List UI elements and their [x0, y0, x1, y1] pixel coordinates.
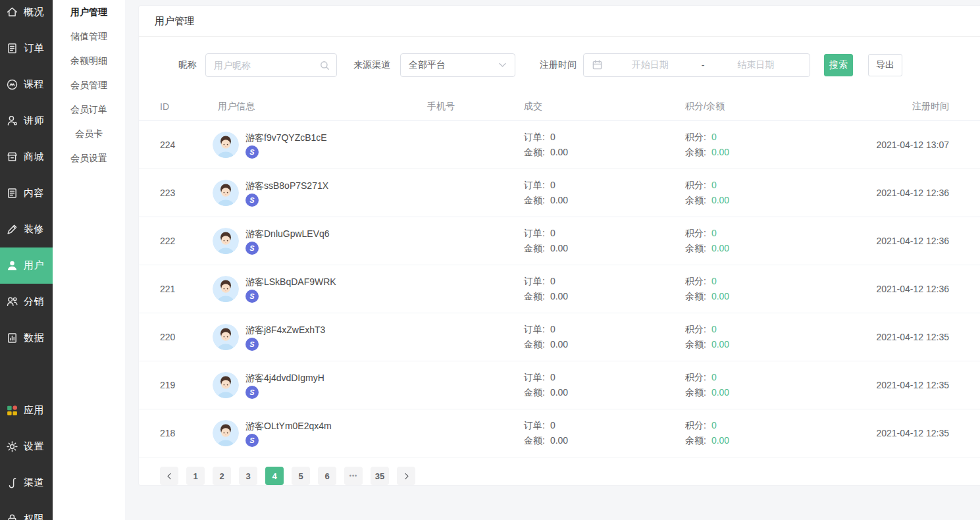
balance-value: 0.00 — [711, 337, 729, 352]
sidebar-item-label: 商城 — [24, 151, 44, 163]
user-management-card: 用户管理 昵称 来源渠道 全部平台 注册时间 开始日期 - 结束日期 搜索 导出 — [138, 5, 980, 486]
page-header: 用户管理 — [139, 6, 980, 37]
sidebar-item-overview[interactable]: 概况 — [0, 0, 53, 30]
order-amount: 0.00 — [550, 337, 568, 352]
sidebar-item-decoration[interactable]: 装修 — [0, 211, 53, 247]
order-count: 0 — [550, 418, 555, 433]
course-icon — [5, 78, 18, 91]
order-amount: 0.00 — [550, 193, 568, 208]
submenu-item-member-settings[interactable]: 会员设置 — [53, 146, 125, 170]
user-id: 220 — [160, 332, 213, 342]
pagination-page-35[interactable]: 35 — [371, 467, 389, 485]
order-count: 0 — [550, 178, 555, 193]
filter-bar: 昵称 来源渠道 全部平台 注册时间 开始日期 - 结束日期 搜索 导出 — [139, 37, 980, 93]
primary-nav: 概况订单课程讲师商城内容装修用户分销数据应用设置渠道权限 — [0, 0, 53, 520]
submenu-item-member-management[interactable]: 会员管理 — [53, 73, 125, 97]
user-info-cell: 游客OLtYm0E2qx4m S — [213, 420, 427, 447]
sidebar-item-orders[interactable]: 订单 — [0, 30, 53, 66]
submenu-item-stored-value[interactable]: 储值管理 — [53, 24, 125, 49]
pagination-page-6[interactable]: 6 — [318, 467, 336, 485]
deal-cell: 订单:0 金额:0.00 — [524, 370, 685, 400]
column-header-id: ID — [160, 101, 213, 112]
sidebar-item-users[interactable]: 用户 — [0, 247, 53, 284]
sidebar-item-label: 用户 — [24, 259, 44, 272]
balance-value: 0.00 — [711, 241, 729, 256]
pagination-page-3[interactable]: 3 — [239, 467, 257, 485]
data-icon — [5, 332, 18, 345]
nickname-input[interactable] — [206, 54, 336, 76]
order-amount: 0.00 — [550, 289, 568, 304]
pagination-page-5[interactable]: 5 — [292, 467, 310, 485]
sidebar-item-distribution[interactable]: 分销 — [0, 284, 53, 320]
start-date-placeholder: 开始日期 — [603, 59, 698, 71]
pagination-next-button[interactable] — [397, 467, 415, 485]
sidebar-item-courses[interactable]: 课程 — [0, 66, 53, 103]
export-button[interactable]: 导出 — [868, 54, 902, 76]
nickname-input-wrap — [205, 53, 337, 77]
permission-icon — [5, 513, 18, 520]
sidebar-item-content[interactable]: 内容 — [0, 175, 53, 211]
sidebar-item-label: 渠道 — [24, 477, 44, 489]
sidebar-item-data[interactable]: 数据 — [0, 320, 53, 356]
sidebar-item-apps[interactable]: 应用 — [0, 392, 53, 429]
column-header-user: 用户信息 — [213, 101, 427, 113]
points-value: 0 — [711, 322, 717, 337]
column-header-time: 注册时间 — [869, 101, 980, 113]
pagination-prev-button[interactable] — [160, 467, 178, 485]
register-time: 2021-04-12 13:07 — [869, 140, 980, 150]
sidebar-item-label: 讲师 — [24, 115, 44, 127]
register-time: 2021-04-12 12:35 — [869, 428, 980, 438]
user-info-cell: 游客DnluGpwLEVq6 S — [213, 228, 427, 255]
sidebar-item-channels[interactable]: 渠道 — [0, 465, 53, 501]
column-header-phone: 手机号 — [427, 101, 524, 113]
balance-value: 0.00 — [711, 433, 729, 448]
register-date-range-picker[interactable]: 开始日期 - 结束日期 — [583, 53, 810, 77]
miniprogram-channel-icon: S — [245, 194, 259, 207]
points-value: 0 — [711, 418, 717, 433]
order-amount: 0.00 — [550, 145, 568, 160]
points-value: 0 — [711, 226, 717, 241]
points-balance-cell: 积分:0 余额:0.00 — [685, 370, 869, 400]
order-amount: 0.00 — [550, 433, 568, 448]
miniprogram-channel-icon: S — [245, 434, 259, 447]
pagination-page-4[interactable]: 4 — [265, 467, 284, 485]
deal-cell: 订单:0 金额:0.00 — [524, 274, 685, 304]
apps-icon — [5, 404, 18, 417]
submenu-item-user-management[interactable]: 用户管理 — [53, 0, 125, 24]
table-row: 220 游客j8F4xZwExhT3 S 订单:0 金额:0.00 积分:0 — [139, 313, 980, 361]
user-nickname: 游客LSkBqDAF9WRK — [245, 276, 336, 288]
sidebar-item-label: 数据 — [24, 332, 44, 344]
balance-value: 0.00 — [711, 193, 729, 208]
channel-select[interactable]: 全部平台 — [400, 53, 515, 77]
sidebar-item-settings[interactable]: 设置 — [0, 429, 53, 465]
deal-cell: 订单:0 金额:0.00 — [524, 418, 685, 448]
sidebar-item-label: 装修 — [24, 223, 44, 236]
settings-icon — [5, 440, 18, 454]
table-row: 223 游客ssB8oP7S271X S 订单:0 金额:0.00 积分:0 — [139, 169, 980, 217]
sidebar-item-lecturers[interactable]: 讲师 — [0, 103, 53, 139]
user-info-cell: 游客4j4dvdDIgmyH S — [213, 372, 427, 399]
user-nickname: 游客j8F4xZwExhT3 — [245, 324, 325, 336]
pagination-page-2[interactable]: 2 — [213, 467, 231, 485]
points-value: 0 — [711, 274, 717, 289]
sidebar-item-permissions[interactable]: 权限 — [0, 501, 53, 520]
miniprogram-channel-icon: S — [245, 386, 259, 399]
submenu-item-member-orders[interactable]: 会员订单 — [53, 97, 125, 122]
points-balance-cell: 积分:0 余额:0.00 — [685, 274, 869, 304]
points-balance-cell: 积分:0 余额:0.00 — [685, 130, 869, 160]
sidebar-item-mall[interactable]: 商城 — [0, 139, 53, 175]
pagination: 123456•••35 — [139, 467, 980, 485]
table-header-row: ID用户信息手机号成交积分/余额注册时间 — [139, 93, 980, 121]
search-button[interactable]: 搜索 — [824, 54, 853, 76]
search-icon — [319, 60, 330, 71]
pagination-page-1[interactable]: 1 — [186, 467, 205, 485]
table-row: 222 游客DnluGpwLEVq6 S 订单:0 金额:0.00 积分:0 — [139, 217, 980, 265]
distribution-icon — [5, 296, 18, 309]
column-header-deal: 成交 — [524, 101, 685, 113]
balance-value: 0.00 — [711, 385, 729, 400]
order-count: 0 — [550, 130, 555, 145]
submenu-item-balance-details[interactable]: 余额明细 — [53, 49, 125, 73]
pagination-ellipsis[interactable]: ••• — [344, 467, 363, 485]
points-balance-cell: 积分:0 余额:0.00 — [685, 418, 869, 448]
submenu-item-member-card[interactable]: 会员卡 — [53, 122, 125, 146]
